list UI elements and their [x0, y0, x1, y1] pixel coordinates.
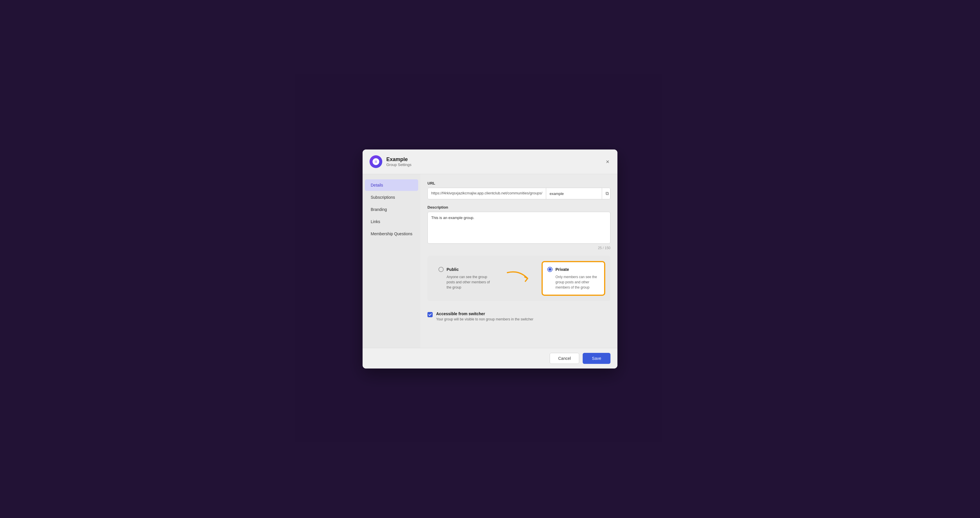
nav-item-membership-questions[interactable]: Membership Questions	[365, 228, 418, 240]
url-field-row: https://f4rkivqsxjazikcmajiw.app.clientc…	[428, 188, 611, 199]
description-textarea[interactable]	[428, 212, 611, 244]
copy-url-button[interactable]: ⧉	[602, 188, 611, 199]
private-option[interactable]: Private Only members can see the group p…	[542, 261, 605, 295]
save-button[interactable]: Save	[583, 353, 611, 364]
modal-title-row: Example Group Settings	[369, 155, 412, 168]
cancel-button[interactable]: Cancel	[550, 353, 579, 364]
modal-footer: Cancel Save	[363, 348, 617, 368]
modal-body: Details Subscriptions Branding Links Mem…	[363, 174, 617, 348]
modal-header: Example Group Settings ×	[363, 150, 617, 174]
switcher-text: Accessible from switcher Your group will…	[436, 311, 533, 321]
modal-sidebar-nav: Details Subscriptions Branding Links Mem…	[363, 174, 420, 348]
nav-item-branding[interactable]: Branding	[365, 204, 418, 215]
arrow-annotation	[501, 261, 536, 295]
modal-title-text: Example Group Settings	[386, 156, 412, 167]
url-slug-input[interactable]	[546, 188, 602, 199]
nav-item-links[interactable]: Links	[365, 216, 418, 228]
description-label: Description	[428, 205, 611, 209]
modal-overlay: Example Group Settings × Details Subscri…	[0, 0, 980, 518]
public-label: Public	[447, 267, 459, 272]
url-label: URL	[428, 181, 611, 185]
switcher-desc: Your group will be visible to non group …	[436, 317, 533, 321]
modal-title: Example	[386, 156, 412, 163]
public-radio[interactable]	[439, 267, 444, 272]
char-count: 25 / 150	[428, 246, 611, 250]
switcher-section: Accessible from switcher Your group will…	[428, 307, 611, 326]
modal-subtitle: Group Settings	[386, 163, 412, 167]
privacy-options-row: Public Anyone can see the group posts an…	[433, 261, 605, 295]
check-icon	[428, 313, 432, 316]
url-base-text: https://f4rkivqsxjazikcmajiw.app.clientc…	[428, 188, 546, 199]
public-desc: Anyone can see the group posts and other…	[439, 274, 491, 290]
switcher-checkbox[interactable]	[428, 312, 433, 317]
group-settings-modal: Example Group Settings × Details Subscri…	[363, 150, 617, 368]
switcher-checkbox-wrapper[interactable]	[428, 312, 433, 317]
nav-item-subscriptions[interactable]: Subscriptions	[365, 191, 418, 203]
public-option[interactable]: Public Anyone can see the group posts an…	[433, 261, 496, 295]
modal-content-area: URL https://f4rkivqsxjazikcmajiw.app.cli…	[420, 174, 617, 348]
private-option-header: Private	[547, 267, 600, 272]
nav-item-details[interactable]: Details	[365, 179, 418, 191]
modal-logo-icon	[369, 155, 382, 168]
yellow-arrow-svg	[501, 267, 536, 290]
close-button[interactable]: ×	[605, 157, 611, 166]
private-desc: Only members can see the group posts and…	[547, 274, 600, 290]
group-icon	[372, 158, 380, 166]
public-option-header: Public	[439, 267, 491, 272]
switcher-title: Accessible from switcher	[436, 311, 533, 316]
private-radio[interactable]	[547, 267, 552, 272]
private-label: Private	[555, 267, 569, 272]
privacy-section: Public Anyone can see the group posts an…	[428, 256, 611, 301]
